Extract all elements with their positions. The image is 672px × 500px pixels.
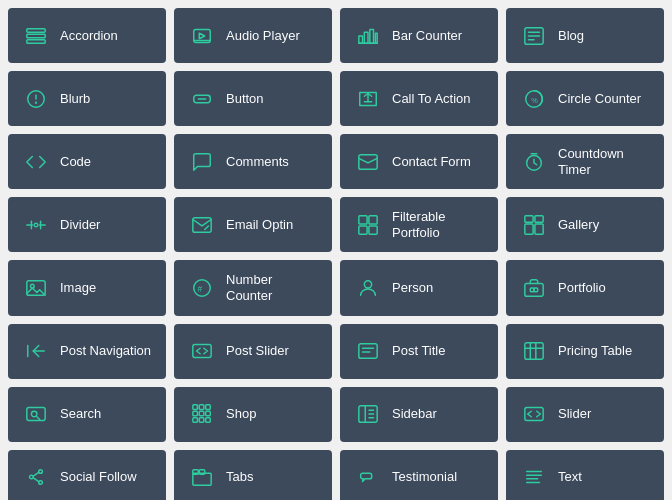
widget-item-pricing-table[interactable]: Pricing Table (506, 324, 664, 379)
widget-label-filterable-portfolio: Filterable Portfolio (392, 209, 484, 240)
svg-rect-22 (359, 154, 377, 169)
widget-item-social-follow[interactable]: Social Follow (8, 450, 166, 500)
shop-icon (188, 400, 216, 428)
svg-point-16 (36, 102, 37, 103)
widget-label-image: Image (60, 280, 96, 296)
svg-line-58 (37, 417, 40, 420)
svg-rect-48 (193, 345, 211, 358)
widget-label-search: Search (60, 406, 101, 422)
widget-item-sidebar[interactable]: Sidebar (340, 387, 498, 442)
image-icon (22, 274, 50, 302)
widget-item-tabs[interactable]: Tabs (174, 450, 332, 500)
svg-rect-81 (199, 470, 205, 475)
post-navigation-icon (22, 337, 50, 365)
svg-rect-67 (206, 418, 211, 423)
social-follow-icon (22, 463, 50, 491)
gallery-icon (520, 211, 548, 239)
svg-rect-49 (359, 344, 377, 359)
widget-item-testimonial[interactable]: Testimonial (340, 450, 498, 500)
widget-item-circle-counter[interactable]: % Circle Counter (506, 71, 664, 126)
widget-item-gallery[interactable]: Gallery (506, 197, 664, 252)
svg-rect-66 (199, 418, 204, 423)
svg-rect-30 (359, 216, 367, 224)
contact-form-icon (354, 148, 382, 176)
svg-rect-61 (206, 405, 211, 410)
number-counter-icon: # (188, 274, 216, 302)
widget-item-person[interactable]: Person (340, 260, 498, 315)
widget-item-shop[interactable]: Shop (174, 387, 332, 442)
svg-rect-5 (359, 36, 363, 43)
svg-rect-33 (369, 226, 377, 234)
widget-label-sidebar: Sidebar (392, 406, 437, 422)
svg-rect-1 (27, 34, 45, 38)
widget-item-post-slider[interactable]: Post Slider (174, 324, 332, 379)
widget-item-code[interactable]: Code (8, 134, 166, 189)
widget-item-blog[interactable]: Blog (506, 8, 664, 63)
widget-item-email-optin[interactable]: Email Optin (174, 197, 332, 252)
widget-label-slider: Slider (558, 406, 591, 422)
widget-label-social-follow: Social Follow (60, 469, 137, 485)
widget-item-accordion[interactable]: Accordion (8, 8, 166, 63)
widget-item-call-to-action[interactable]: Call To Action (340, 71, 498, 126)
svg-point-42 (364, 281, 371, 288)
svg-rect-37 (535, 224, 543, 234)
svg-rect-64 (206, 411, 211, 416)
widget-item-bar-counter[interactable]: Bar Counter (340, 8, 498, 63)
widget-label-call-to-action: Call To Action (392, 91, 471, 107)
widget-label-tabs: Tabs (226, 469, 253, 485)
widget-label-countdown-timer: Countdown Timer (558, 146, 650, 177)
comments-icon (188, 148, 216, 176)
widget-item-button[interactable]: Button (174, 71, 332, 126)
widget-item-blurb[interactable]: Blurb (8, 71, 166, 126)
svg-rect-32 (359, 226, 367, 234)
widget-label-post-slider: Post Slider (226, 343, 289, 359)
text-icon (520, 463, 548, 491)
widget-item-image[interactable]: Image (8, 260, 166, 315)
widget-item-post-title[interactable]: Post Title (340, 324, 498, 379)
person-icon (354, 274, 382, 302)
svg-point-27 (34, 223, 38, 227)
svg-rect-52 (525, 343, 543, 360)
svg-rect-65 (193, 418, 198, 423)
blurb-icon (22, 85, 50, 113)
post-slider-icon (188, 337, 216, 365)
svg-rect-7 (370, 29, 374, 43)
widget-item-countdown-timer[interactable]: Countdown Timer (506, 134, 664, 189)
accordion-icon (22, 22, 50, 50)
post-title-icon (354, 337, 382, 365)
widget-item-audio-player[interactable]: Audio Player (174, 8, 332, 63)
widget-item-search[interactable]: Search (8, 387, 166, 442)
code-icon (22, 148, 50, 176)
call-to-action-icon (354, 85, 382, 113)
button-icon (188, 85, 216, 113)
pricing-table-icon (520, 337, 548, 365)
widget-item-contact-form[interactable]: Contact Form (340, 134, 498, 189)
search-icon (22, 400, 50, 428)
svg-rect-63 (199, 411, 204, 416)
svg-rect-59 (193, 405, 198, 410)
widget-item-post-navigation[interactable]: Post Navigation (8, 324, 166, 379)
audio-player-icon (188, 22, 216, 50)
widget-label-shop: Shop (226, 406, 256, 422)
widget-item-divider[interactable]: Divider (8, 197, 166, 252)
widget-grid: Accordion Audio Player Bar Counter Blog … (8, 8, 664, 500)
widget-label-text: Text (558, 469, 582, 485)
widget-label-pricing-table: Pricing Table (558, 343, 632, 359)
svg-rect-6 (364, 32, 368, 43)
svg-rect-62 (193, 411, 198, 416)
widget-item-comments[interactable]: Comments (174, 134, 332, 189)
widget-label-bar-counter: Bar Counter (392, 28, 462, 44)
widget-item-number-counter[interactable]: # Number Counter (174, 260, 332, 315)
circle-counter-icon: % (520, 85, 548, 113)
divider-icon (22, 211, 50, 239)
widget-item-text[interactable]: Text (506, 450, 664, 500)
svg-rect-60 (199, 405, 204, 410)
widget-label-accordion: Accordion (60, 28, 118, 44)
widget-item-slider[interactable]: Slider (506, 387, 664, 442)
tabs-icon (188, 463, 216, 491)
widget-item-portfolio[interactable]: Portfolio (506, 260, 664, 315)
widget-item-filterable-portfolio[interactable]: Filterable Portfolio (340, 197, 498, 252)
svg-rect-80 (193, 470, 199, 475)
widget-label-email-optin: Email Optin (226, 217, 293, 233)
svg-rect-56 (27, 408, 45, 421)
